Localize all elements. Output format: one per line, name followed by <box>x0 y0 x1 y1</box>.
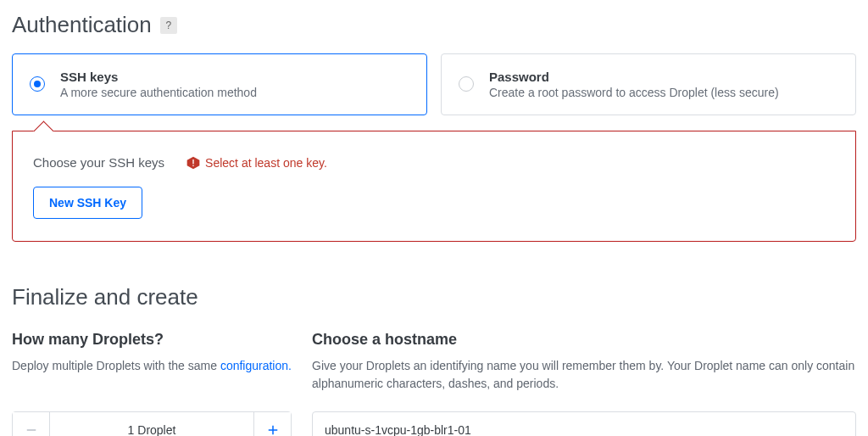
droplets-desc: Deploy multiple Droplets with the same c… <box>12 357 292 394</box>
hostname-input[interactable] <box>312 411 856 436</box>
hostname-desc: Give your Droplets an identifying name y… <box>312 357 856 394</box>
droplets-title: How many Droplets? <box>12 331 292 349</box>
auth-option-ssh[interactable]: SSH keys A more secure authentication me… <box>12 53 427 115</box>
new-ssh-key-button[interactable]: New SSH Key <box>33 187 142 219</box>
svg-rect-0 <box>192 159 193 164</box>
ssh-keys-panel: Choose your SSH keys Select at least one… <box>12 131 856 242</box>
droplet-count-stepper: 1 Droplet <box>12 411 292 436</box>
svg-rect-2 <box>26 429 36 431</box>
droplets-desc-text: Deploy multiple Droplets with the same <box>12 359 220 372</box>
auth-ssh-title: SSH keys <box>60 70 411 84</box>
finalize-row: How many Droplets? Deploy multiple Dropl… <box>12 331 856 436</box>
stepper-plus-button[interactable] <box>253 412 291 436</box>
choose-ssh-label: Choose your SSH keys <box>33 155 164 170</box>
svg-rect-4 <box>272 426 274 435</box>
help-icon[interactable]: ? <box>160 17 177 34</box>
section-title-authentication: Authentication <box>12 12 152 38</box>
auth-password-title: Password <box>489 70 840 84</box>
radio-icon <box>459 76 474 92</box>
auth-option-password[interactable]: Password Create a root password to acces… <box>441 53 856 115</box>
section-title-finalize: Finalize and create <box>12 284 856 310</box>
ssh-error-message: Select at least one key. <box>186 156 327 170</box>
svg-rect-1 <box>192 165 193 165</box>
droplets-column: How many Droplets? Deploy multiple Dropl… <box>12 331 292 436</box>
auth-options: SSH keys A more secure authentication me… <box>12 53 856 115</box>
hostname-title: Choose a hostname <box>312 331 856 349</box>
hostname-column: Choose a hostname Give your Droplets an … <box>312 331 856 436</box>
ssh-error-text: Select at least one key. <box>205 156 327 170</box>
auth-password-desc: Create a root password to access Droplet… <box>489 86 840 99</box>
alert-icon <box>186 156 200 170</box>
auth-ssh-desc: A more secure authentication method <box>60 86 411 99</box>
ssh-panel-row: Choose your SSH keys Select at least one… <box>33 155 835 170</box>
radio-icon <box>30 76 45 92</box>
stepper-minus-button[interactable] <box>13 412 50 436</box>
stepper-value: 1 Droplet <box>50 412 253 436</box>
configuration-link[interactable]: configuration. <box>220 359 292 372</box>
authentication-header: Authentication ? <box>12 12 856 38</box>
